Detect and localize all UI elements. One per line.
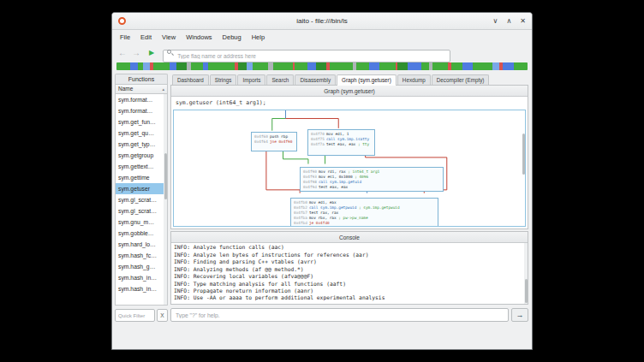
tab-search[interactable]: Search (266, 74, 294, 85)
graph-basic-block[interactable]: 0x4fb0mov edi, eax0x4fb2call sym.imp.get… (290, 198, 438, 227)
memory-map-segment[interactable] (170, 62, 176, 70)
memory-map-segment[interactable] (130, 62, 139, 70)
address-text: 0x4fb7 (294, 211, 307, 215)
tabbar: DashboardStringsImportsSearchDisassembly… (170, 74, 528, 85)
console-scrollbar[interactable] (524, 243, 528, 304)
sort-indicator-icon: ▴ (162, 84, 164, 94)
graph-basic-block[interactable]: 0x4f70mov edi, 10x4f75call sym.imp.isatt… (307, 129, 375, 156)
memory-map-segment[interactable] (330, 62, 353, 70)
function-item[interactable]: sym.format… (116, 105, 167, 116)
titlebar[interactable]: iaito - file:///bin/ls ∨ ∧ ✕ (112, 13, 532, 30)
function-item[interactable]: sym.gl_scrat… (116, 194, 167, 205)
console-line: INFO: Analyze len bytes of instructions … (174, 252, 525, 258)
address-text: 0x4f60 (254, 134, 268, 139)
functions-column-header-name[interactable]: Name ▴ (115, 84, 168, 94)
menu-item-file[interactable]: File (115, 32, 135, 43)
memory-map-segment[interactable] (379, 62, 396, 70)
menu-item-help[interactable]: Help (247, 32, 270, 43)
tab-graph-sym-getuser-[interactable]: Graph (sym.getuser) (337, 74, 397, 86)
memory-map-segment[interactable] (397, 62, 408, 70)
command-input[interactable] (170, 308, 509, 322)
disasm-line: 0x4f64jne 0x4f90 (254, 139, 294, 145)
function-item[interactable]: sym.gettext… (116, 161, 167, 172)
memory-map-segment[interactable] (316, 62, 326, 70)
memory-map-segment[interactable] (116, 62, 130, 70)
graph-scrollbar-thumb[interactable] (522, 134, 525, 174)
function-item[interactable]: sym.gobble… (116, 228, 167, 239)
memory-map-segment[interactable] (307, 62, 316, 70)
menu-item-edit[interactable]: Edit (135, 32, 157, 43)
memory-map-segment[interactable] (369, 62, 379, 70)
graph-scrollbar[interactable] (522, 110, 525, 226)
forward-button[interactable]: → (132, 49, 140, 57)
tab-disassembly[interactable]: Disassembly (295, 74, 336, 85)
console-line: INFO: Finding and parsing C++ vtables (a… (174, 258, 525, 265)
back-button[interactable]: ← (118, 49, 127, 57)
memory-map-segment[interactable] (503, 62, 515, 70)
console-scrollbar-thumb[interactable] (525, 279, 528, 303)
memory-map-segment[interactable] (408, 62, 421, 70)
instruction-text: test eax, eax (319, 185, 348, 189)
menu-item-view[interactable]: View (157, 32, 181, 43)
memory-map-segment[interactable] (247, 62, 253, 70)
function-item[interactable]: sym.getuser (116, 183, 167, 194)
tab-decompiler-empty-[interactable]: Decompiler (Empty) (432, 74, 490, 85)
functions-scrollbar-thumb[interactable] (164, 153, 167, 199)
function-item[interactable]: sym.format… (116, 94, 167, 105)
menu-item-windows[interactable]: Windows (181, 32, 217, 43)
tab-imports[interactable]: Imports (237, 74, 265, 85)
quick-filter-clear-button[interactable]: X (157, 309, 168, 322)
memory-map-segment[interactable] (514, 62, 528, 70)
function-item[interactable]: sym.hash_in… (116, 283, 167, 294)
memory-map-segment[interactable] (462, 62, 473, 70)
graph-basic-block[interactable]: 0x4f90mov rdi, rax ; int64_t arg10x4f93m… (300, 167, 444, 192)
continue-button[interactable]: ▶ (149, 50, 154, 56)
tab-strings[interactable]: Strings (210, 74, 237, 85)
command-bar: → (170, 308, 528, 322)
function-item[interactable]: sym.get_fun… (116, 116, 167, 128)
memory-map-segment[interactable] (208, 62, 235, 70)
memory-map-segment[interactable] (191, 62, 203, 70)
function-item[interactable]: sym.hard_lo… (116, 239, 167, 250)
instruction-text: push rbp (270, 134, 288, 139)
quick-filter-input[interactable] (115, 309, 155, 322)
omnibar-input[interactable] (163, 50, 450, 62)
tab-dashboard[interactable]: Dashboard (172, 74, 209, 85)
function-item[interactable]: sym.hash_g… (116, 261, 167, 272)
memory-map-segment[interactable] (492, 62, 499, 70)
menu-item-debug[interactable]: Debug (218, 32, 247, 43)
memory-map-segment[interactable] (451, 62, 463, 70)
console-line: INFO: Type matching analysis for all fun… (174, 281, 525, 288)
function-item[interactable]: sym.gl_scrat… (116, 205, 167, 217)
function-item[interactable]: sym.getgroup (116, 150, 167, 161)
tab-hexdump[interactable]: Hexdump (397, 74, 431, 85)
memory-map-bar[interactable] (116, 62, 528, 70)
memory-map-segment[interactable] (273, 62, 293, 70)
memory-map-segment[interactable] (356, 62, 370, 70)
function-item[interactable]: sym.gnu_m… (116, 217, 167, 228)
function-item[interactable]: sym.hash_in… (116, 272, 167, 283)
memory-map-segment[interactable] (143, 62, 150, 70)
functions-scrollbar[interactable] (164, 94, 167, 305)
function-item[interactable]: sym.hash_fc… (116, 250, 167, 261)
console-line: INFO: Use -AA or aaaa to perform additio… (174, 294, 525, 301)
memory-map-segment[interactable] (253, 62, 267, 70)
graph-basic-block[interactable]: 0x4f60push rbp0x4f64jne 0x4f90 (251, 132, 297, 151)
memory-map-segment[interactable] (295, 62, 308, 70)
maximize-button[interactable]: ∧ (506, 18, 511, 25)
command-submit-button[interactable]: → (511, 308, 528, 322)
instruction-text: test rax, rax (309, 211, 338, 215)
minimize-button[interactable]: ∨ (493, 18, 498, 25)
memory-map-segment[interactable] (153, 62, 170, 70)
close-button[interactable]: ✕ (520, 18, 526, 25)
memory-map-segment[interactable] (432, 62, 447, 70)
disasm-line: 0x4fbdje 0x4fd0 (294, 221, 435, 226)
memory-map-segment[interactable] (473, 62, 492, 70)
memory-map-segment[interactable] (421, 62, 430, 70)
memory-map-segment[interactable] (176, 62, 187, 70)
memory-map-segment[interactable] (238, 62, 247, 70)
graph-canvas[interactable]: 0x4f60push rbp0x4f64jne 0x4f900x4f70mov … (173, 110, 526, 227)
function-item[interactable]: sym.get_typ… (116, 139, 167, 150)
function-item[interactable]: sym.get_qu… (116, 128, 167, 139)
function-item[interactable]: sym.gettime (116, 172, 167, 183)
